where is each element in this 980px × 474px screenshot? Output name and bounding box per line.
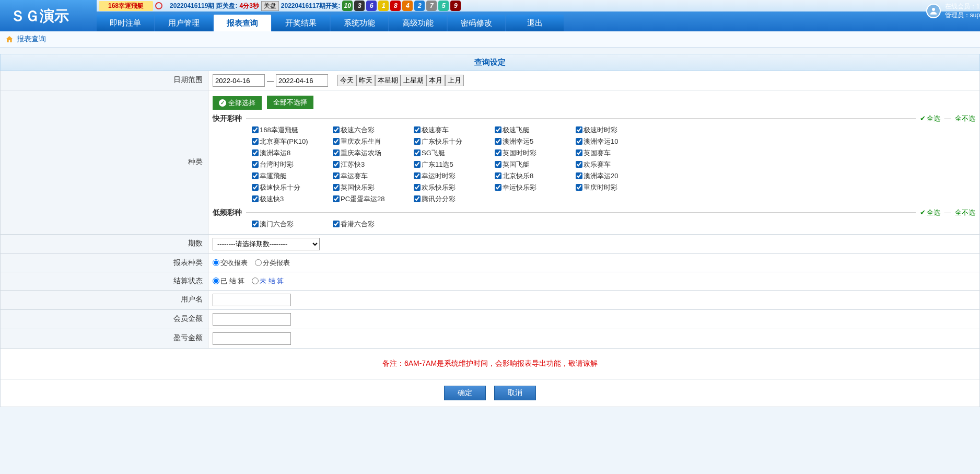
lottery-item[interactable]: 极速赛车 xyxy=(414,125,495,135)
lottery-checkbox[interactable] xyxy=(414,161,421,168)
refresh-icon[interactable] xyxy=(155,2,162,9)
nav-tab-6[interactable]: 密码修改 xyxy=(448,15,505,31)
lottery-item[interactable]: 欢乐赛车 xyxy=(576,160,657,169)
lottery-checkbox[interactable] xyxy=(495,184,501,191)
lottery-checkbox[interactable] xyxy=(414,149,421,156)
quick-date-今天[interactable]: 今天 xyxy=(337,75,356,86)
settle-1[interactable]: 已 结 算 xyxy=(213,276,244,286)
select-all-button[interactable]: ✓全部选择 xyxy=(213,96,262,110)
lottery-item[interactable]: 幸运时时彩 xyxy=(414,171,495,181)
lottery-item[interactable]: 广东11选5 xyxy=(414,160,495,169)
lottery-checkbox[interactable] xyxy=(333,221,340,227)
period-select[interactable]: --------请选择期数-------- xyxy=(213,238,320,250)
lottery-checkbox[interactable] xyxy=(495,126,501,133)
lottery-item[interactable]: 极速快3 xyxy=(252,194,333,204)
lottery-checkbox[interactable] xyxy=(252,161,259,168)
lottery-checkbox[interactable] xyxy=(333,172,340,179)
lottery-item[interactable]: 极速快乐十分 xyxy=(252,183,333,192)
nav-tab-0[interactable]: 即时注单 xyxy=(97,15,154,31)
lottery-checkbox[interactable] xyxy=(576,138,582,145)
close-pan-button[interactable]: 关盘 xyxy=(261,1,279,11)
lottery-checkbox[interactable] xyxy=(333,126,340,133)
lottery-item[interactable]: 幸运赛车 xyxy=(333,171,414,181)
lottery-item[interactable]: 英国时时彩 xyxy=(495,148,576,158)
nav-tab-2[interactable]: 报表查询 xyxy=(214,15,271,31)
lottery-checkbox[interactable] xyxy=(414,184,421,191)
lottery-item[interactable]: 江苏快3 xyxy=(333,160,414,169)
fast-select-none[interactable]: 全不选 xyxy=(955,114,975,122)
nav-tab-1[interactable]: 用户管理 xyxy=(155,15,213,31)
date-from-input[interactable] xyxy=(213,74,265,87)
member-amount-input[interactable] xyxy=(213,313,291,326)
lottery-checkbox[interactable] xyxy=(333,184,340,191)
lottery-item[interactable]: 幸運飛艇 xyxy=(252,171,333,181)
quick-date-本月[interactable]: 本月 xyxy=(426,75,445,86)
lottery-checkbox[interactable] xyxy=(252,138,259,145)
lottery-item[interactable]: 北京快乐8 xyxy=(495,171,576,181)
lottery-item[interactable]: 重庆时时彩 xyxy=(576,183,657,192)
lottery-checkbox[interactable] xyxy=(414,172,421,179)
date-to-input[interactable] xyxy=(276,74,328,87)
lottery-checkbox[interactable] xyxy=(576,172,582,179)
lottery-checkbox[interactable] xyxy=(333,149,340,156)
lottery-item[interactable]: 澳门六合彩 xyxy=(252,219,333,229)
lottery-item[interactable]: 重庆欢乐生肖 xyxy=(333,137,414,146)
deselect-all-button[interactable]: 全部不选择 xyxy=(267,96,313,109)
lottery-item[interactable]: 澳洲幸运5 xyxy=(495,137,576,146)
lottery-checkbox[interactable] xyxy=(414,138,421,145)
lottery-item[interactable]: 澳洲幸运8 xyxy=(252,148,333,158)
submit-button[interactable]: 确定 xyxy=(444,386,486,400)
lottery-checkbox[interactable] xyxy=(333,195,340,202)
lottery-item[interactable]: 香港六合彩 xyxy=(333,219,414,229)
lottery-item[interactable]: 广东快乐十分 xyxy=(414,137,495,146)
lottery-checkbox[interactable] xyxy=(252,126,259,133)
lottery-item[interactable]: 北京赛车(PK10) xyxy=(252,137,333,146)
lottery-item[interactable]: 澳洲幸运10 xyxy=(576,137,657,146)
lottery-item[interactable]: PC蛋蛋幸运28 xyxy=(333,194,414,204)
slow-select-all[interactable]: ✔全选 xyxy=(920,209,940,216)
lottery-item[interactable]: 重庆幸运农场 xyxy=(333,148,414,158)
lottery-item[interactable]: 极速时时彩 xyxy=(576,125,657,135)
username-input[interactable] xyxy=(213,294,291,306)
report-type-1[interactable]: 交收报表 xyxy=(213,258,248,268)
nav-tab-5[interactable]: 高级功能 xyxy=(389,15,447,31)
lottery-checkbox[interactable] xyxy=(576,126,582,133)
lottery-item[interactable]: 极速飞艇 xyxy=(495,125,576,135)
lottery-checkbox[interactable] xyxy=(495,149,501,156)
lottery-item[interactable]: 幸运快乐彩 xyxy=(495,183,576,192)
lottery-checkbox[interactable] xyxy=(252,221,259,227)
lottery-item[interactable]: 欢乐快乐彩 xyxy=(414,183,495,192)
lottery-checkbox[interactable] xyxy=(252,184,259,191)
fast-select-all[interactable]: ✔全选 xyxy=(920,114,940,122)
quick-date-上月[interactable]: 上月 xyxy=(445,75,464,86)
lottery-checkbox[interactable] xyxy=(414,195,421,202)
lottery-checkbox[interactable] xyxy=(252,149,259,156)
lottery-checkbox[interactable] xyxy=(252,195,259,202)
lottery-checkbox[interactable] xyxy=(576,184,582,191)
settle-2[interactable]: 未 结 算 xyxy=(252,276,284,286)
lottery-checkbox[interactable] xyxy=(576,149,582,156)
lottery-item[interactable]: 腾讯分分彩 xyxy=(414,194,495,204)
lottery-item[interactable]: 澳洲幸运20 xyxy=(576,171,657,181)
slow-select-none[interactable]: 全不选 xyxy=(955,209,975,216)
lottery-checkbox[interactable] xyxy=(495,172,501,179)
lottery-checkbox[interactable] xyxy=(414,126,421,133)
lottery-item[interactable]: 英国快乐彩 xyxy=(333,183,414,192)
quick-date-上星期[interactable]: 上星期 xyxy=(401,75,426,86)
profit-amount-input[interactable] xyxy=(213,332,291,345)
lottery-checkbox[interactable] xyxy=(252,172,259,179)
lottery-checkbox[interactable] xyxy=(576,161,582,168)
report-type-2[interactable]: 分类报表 xyxy=(255,258,290,268)
lottery-item[interactable]: 台湾时时彩 xyxy=(252,160,333,169)
lottery-checkbox[interactable] xyxy=(333,138,340,145)
quick-date-本星期[interactable]: 本星期 xyxy=(375,75,401,86)
quick-date-昨天[interactable]: 昨天 xyxy=(356,75,375,86)
nav-tab-3[interactable]: 开奖结果 xyxy=(272,15,330,31)
cancel-button[interactable]: 取消 xyxy=(494,386,536,400)
nav-tab-4[interactable]: 系统功能 xyxy=(331,15,388,31)
lottery-item[interactable]: SG飞艇 xyxy=(414,148,495,158)
lottery-item[interactable]: 英国赛车 xyxy=(576,148,657,158)
lottery-checkbox[interactable] xyxy=(333,161,340,168)
lottery-checkbox[interactable] xyxy=(495,161,501,168)
lottery-item[interactable]: 英国飞艇 xyxy=(495,160,576,169)
